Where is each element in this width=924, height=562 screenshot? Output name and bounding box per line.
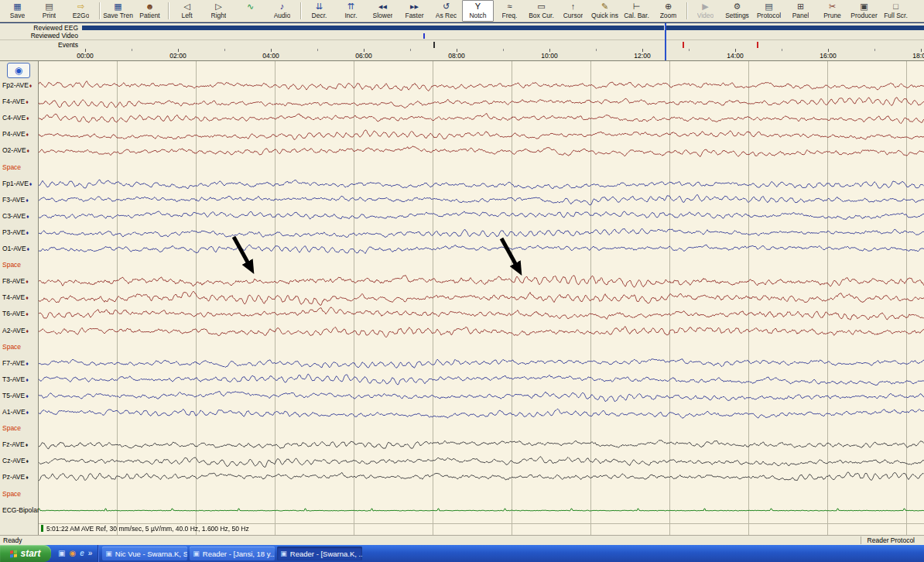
reviewed-eeg-label: Reviewed EEG [0,24,78,32]
toolbar-button-video[interactable]: ▶Video [690,0,721,22]
left-arrow-icon: ◁ [183,2,190,12]
channel-label-t4-ave[interactable]: T4-AVE♦ [2,293,29,302]
toolbar-button-freq[interactable]: ≈Freq. [494,0,525,22]
toolbar-button-print[interactable]: ▤Print [33,0,65,22]
ruler-time-label: 10:00 [541,52,557,60]
settings-icon: ⚙ [734,2,741,12]
channel-color-diamond-icon: ♦ [26,99,29,105]
channel-label-fp2-ave[interactable]: Fp2-AVE♦ [2,81,32,90]
toolbar-button-save[interactable]: ▦Save [2,0,33,22]
toolbar-button-producer[interactable]: ▣Producer [848,0,880,22]
toolbar-button-trace[interactable]: ∿ [234,0,266,22]
show-desktop-icon[interactable]: ▣ [58,550,65,557]
time-ruler[interactable]: 00:0002:0004:0006:0008:0010:0012:0014:00… [0,48,924,61]
reviewed-video-row: Reviewed Video [0,32,924,39]
toolbar-button-full-scr[interactable]: □Full Scr. [880,0,912,22]
more-chevron-icon[interactable]: » [88,550,93,557]
toolbar-button-label: Audio [274,12,291,20]
reviewed-eeg-bar[interactable] [82,26,924,30]
application-icon: ▣ [280,550,287,557]
toolbar-button-quick-ins[interactable]: ✎Quick ins [589,0,621,22]
channel-label-c3-ave[interactable]: C3-AVE♦ [2,212,29,221]
ruler-time-label: 18:00 [912,52,924,60]
channel-label-o1-ave[interactable]: O1-AVE♦ [2,245,29,253]
toolbar-button-notch[interactable]: YNotch [462,0,494,22]
channel-color-diamond-icon: ♦ [29,83,33,88]
channel-label-t6-ave[interactable]: T6-AVE♦ [2,310,29,318]
recording-navigator[interactable]: Reviewed EEG Reviewed Video Events [0,22,924,48]
toolbar-button-as-rec[interactable]: ↺As Rec [430,0,462,22]
page-settings-value: 5:01:22 AM AVE Ref, 30 mm/sec, 5 µV/mm, … [46,525,249,533]
channel-label-t5-ave[interactable]: T5-AVE♦ [2,392,29,400]
channel-color-diamond-icon: ♦ [26,311,29,317]
target-icon: ◉ [15,66,22,75]
channel-label-f7-ave[interactable]: F7-AVE♦ [2,359,29,368]
channel-label-o2-ave[interactable]: O2-AVE♦ [2,146,29,155]
box-cursor-icon: ▭ [537,2,545,12]
taskbar-task-button[interactable]: ▣Reader - [Swarna.K, ... [277,547,362,560]
goto-position-button[interactable]: ◉ [7,63,30,78]
save-trend-icon: ▦ [114,2,121,12]
ruler-time-label: 02:00 [169,52,186,60]
print-icon: ▤ [45,2,53,12]
channel-label-a2-ave[interactable]: A2-AVE♦ [2,327,29,335]
toolbar-button-label: Box Cur. [529,12,554,20]
toolbar-button-prune[interactable]: ✂Prune [816,0,848,22]
channel-label-fp1-ave[interactable]: Fp1-AVE♦ [2,180,32,188]
toolbar-button-incr[interactable]: ⇈Incr. [335,0,367,22]
panel-icon: ⊞ [797,2,804,12]
channel-label-f8-ave[interactable]: F8-AVE♦ [2,277,29,286]
toolbar-button-faster[interactable]: ▶▶Faster [399,0,430,22]
toolbar-button-cursor[interactable]: ↑Cursor [557,0,589,22]
toolbar-button-protocol[interactable]: ▤Protocol [753,0,785,22]
channel-color-diamond-icon: ♦ [29,181,33,187]
toolbar-button-label: Patient [139,12,159,20]
start-button[interactable]: start [0,545,51,562]
toolbar-button-settings[interactable]: ⚙Settings [721,0,753,22]
toolbar-button-label: Save Tren [103,12,133,20]
taskbar-task-button[interactable]: ▣Reader - [Jansi, 18 y... [190,547,275,560]
ruler-time-label: 16:00 [820,52,836,60]
toolbar-button-e2go[interactable]: ⇨E2Go [65,0,97,22]
save-icon: ▦ [13,2,21,12]
taskbar-task-button[interactable]: ▣Nic Vue - Swarna.K, S... [102,547,187,560]
channel-label-cz-ave[interactable]: Cz-AVE♦ [2,457,29,465]
toolbar-button-decr[interactable]: ⇊Decr. [303,0,335,22]
cursor-icon: ↑ [571,2,576,12]
channel-label-c4-ave[interactable]: C4-AVE♦ [2,114,29,122]
channel-label-fz-ave[interactable]: Fz-AVE♦ [2,440,28,449]
status-protocol-text: Reader Protocol [861,536,915,544]
channel-label-f4-ave[interactable]: F4-AVE♦ [2,98,29,106]
channel-color-diamond-icon: ♦ [26,377,29,382]
media-player-icon[interactable]: ◉ [69,550,76,557]
eeg-trace-area[interactable]: 5:01:22 AM AVE Ref, 30 mm/sec, 5 µV/mm, … [39,61,924,535]
toolbar-button-slower[interactable]: ◀◀Slower [367,0,399,22]
timeline-position-cursor[interactable] [665,23,666,60]
toolbar-button-label: Producer [850,12,878,20]
channel-label-ecg-bipolar[interactable]: ECG-Bipolar [2,506,39,515]
channel-label-p3-ave[interactable]: P3-AVE♦ [2,228,29,237]
slower-icon: ◀◀ [378,2,387,12]
quick-launch-bar: ▣◉e» [51,545,98,562]
ruler-minor-tick [132,49,132,51]
internet-explorer-icon[interactable]: e [80,550,84,557]
toolbar-button-audio[interactable]: ♪Audio [266,0,298,22]
channel-label-f3-ave[interactable]: F3-AVE♦ [2,196,29,204]
toolbar-button-right[interactable]: ▷Right [203,0,234,22]
toolbar-button-zoom[interactable]: ⊕Zoom [652,0,684,22]
channel-label-pz-ave[interactable]: Pz-AVE♦ [2,473,29,481]
toolbar-button-panel[interactable]: ⊞Panel [785,0,816,22]
channel-color-diamond-icon: ♦ [27,148,30,153]
status-ready-text: Ready [3,536,22,544]
channel-color-diamond-icon: ♦ [26,475,29,480]
toolbar-button-left[interactable]: ◁Left [171,0,203,22]
channel-label-a1-ave[interactable]: A1-AVE♦ [2,408,29,416]
toolbar-button-cal-bar[interactable]: ⊢Cal. Bar. [621,0,652,22]
reviewed-eeg-row: Reviewed EEG [0,24,924,32]
toolbar-button-box-cur[interactable]: ▭Box Cur. [525,0,557,22]
toolbar-button-save-tren[interactable]: ▦Save Tren [102,0,134,22]
toolbar-button-label: Zoom [660,12,677,20]
channel-label-p4-ave[interactable]: P4-AVE♦ [2,130,29,139]
toolbar-button-patient[interactable]: ☻Patient [134,0,166,22]
channel-label-t3-ave[interactable]: T3-AVE♦ [2,375,29,384]
